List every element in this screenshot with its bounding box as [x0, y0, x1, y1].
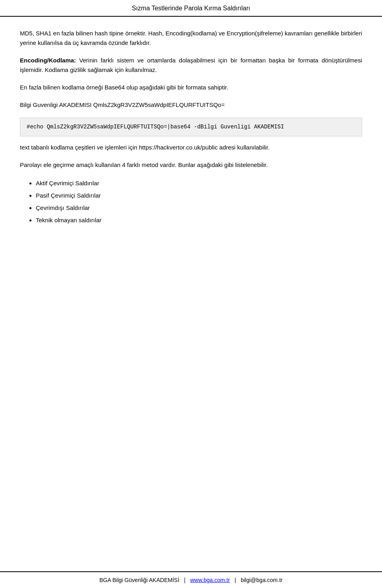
- bullet-list: Aktif Çevrimiçi Saldırılar Pasif Çevrimi…: [36, 178, 362, 225]
- page-title: Sızma Testlerinde Parola Kırma Saldırıla…: [132, 5, 250, 12]
- code-block-text: #echo QmlsZ2kgR3V2ZW5saWdpIEFLQURFTUITSQ…: [27, 124, 284, 130]
- list-item: Aktif Çevrimiçi Saldırılar: [36, 178, 362, 188]
- list-item: Pasif Çevrimiçi Saldırılar: [36, 190, 362, 201]
- footer-separator-1: |: [184, 577, 185, 583]
- encoding-term: Encoding/Kodlama:: [20, 57, 76, 64]
- list-item-text: Aktif Çevrimiçi Saldırılar: [36, 180, 99, 186]
- paragraph-1-text: MD5, SHA1 en fazla bilinen hash tipine ö…: [20, 30, 362, 46]
- paragraph-5-text: Parolayı ele geçirme amaçlı kullanılan 4…: [20, 161, 268, 168]
- footer-separator-2: |: [234, 577, 236, 583]
- paragraph-4: text tabanlı kodlama çeşitleri ve işleml…: [20, 143, 362, 152]
- footer-org: BGA Bilgi Güvenliği AKADEMİSİ: [99, 577, 179, 583]
- list-item-text: Pasif Çevrimiçi Saldırılar: [36, 192, 101, 199]
- paragraph-3-text: En fazla bilinen kodlama örneği Base64 o…: [20, 84, 228, 91]
- paragraph-2: Encoding/Kodlama: Verinin farklı sistem …: [20, 56, 362, 75]
- footer-email: bilgi@bga.com.tr: [241, 577, 283, 583]
- list-item-text: Teknik olmayan saldırılar: [36, 217, 101, 223]
- paragraph-1: MD5, SHA1 en fazla bilinen hash tipine ö…: [20, 29, 362, 48]
- paragraph-4-text: text tabanlı kodlama çeşitleri ve işleml…: [20, 144, 270, 151]
- list-item: Çevrimdışı Saldırılar: [36, 202, 362, 213]
- page-content: MD5, SHA1 en fazla bilinen hash tipine ö…: [0, 17, 382, 571]
- paragraph-3: En fazla bilinen kodlama örneği Base64 o…: [20, 83, 362, 92]
- example-line-text: Bilgi Guvenligi AKADEMISI QmlsZ2kgR3V2ZW…: [20, 101, 225, 108]
- example-line: Bilgi Guvenligi AKADEMISI QmlsZ2kgR3V2ZW…: [20, 100, 362, 110]
- code-block: #echo QmlsZ2kgR3V2ZW5saWdpIEFLQURFTUITSQ…: [20, 118, 362, 136]
- footer-website: www.bga.com.tr: [190, 577, 230, 583]
- page-header: Sızma Testlerinde Parola Kırma Saldırıla…: [0, 0, 382, 17]
- list-item: Teknik olmayan saldırılar: [36, 215, 362, 225]
- list-item-text: Çevrimdışı Saldırılar: [36, 204, 90, 211]
- page-footer: BGA Bilgi Güvenliği AKADEMİSİ | www.bga.…: [0, 571, 382, 588]
- paragraph-5: Parolayı ele geçirme amaçlı kullanılan 4…: [20, 160, 362, 170]
